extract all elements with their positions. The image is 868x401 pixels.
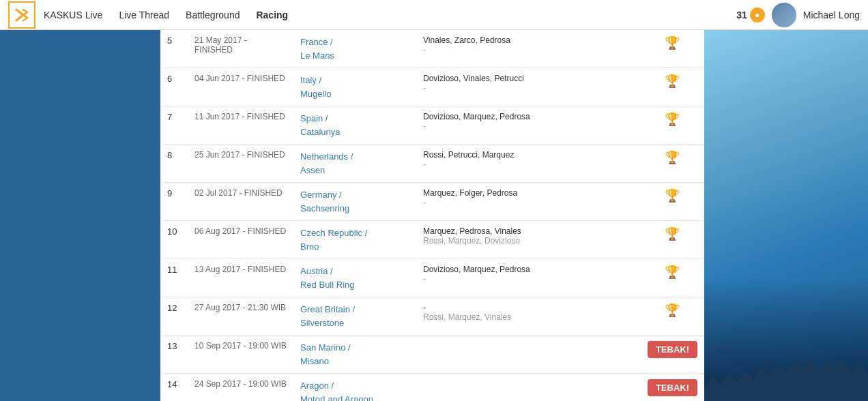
coin-icon: ● — [750, 8, 765, 23]
race-table: 521 May 2017 - FINISHEDFrance /Le MansVi… — [160, 30, 704, 401]
country-link[interactable]: Netherlands / — [300, 150, 409, 164]
row-date: 24 Sep 2017 - 19:00 WIB — [188, 374, 293, 402]
avatar-image — [772, 3, 796, 27]
row-date: 27 Aug 2017 - 21:30 WIB — [188, 297, 293, 336]
row-location: San Marino /Misano — [293, 336, 416, 374]
venue-link[interactable]: Brno — [300, 240, 409, 254]
result-prediction: - — [423, 274, 634, 284]
venue-link[interactable]: Catalunya — [300, 125, 409, 139]
nav-racing[interactable]: Racing — [256, 7, 288, 23]
venue-link[interactable]: Silverstone — [300, 316, 409, 330]
row-number: 10 — [160, 221, 188, 259]
row-number: 13 — [160, 336, 188, 374]
row-results: Dovizioso, Vinales, Petrucci- — [416, 68, 641, 106]
result-winner: Dovizioso, Marquez, Pedrosa — [423, 112, 634, 121]
row-action: 🏆 — [641, 297, 704, 336]
row-action: 🏆 — [641, 145, 704, 183]
row-number: 12 — [160, 297, 188, 336]
venue-link[interactable]: MotorLand Aragon — [300, 393, 409, 402]
user-name: Michael Long — [803, 10, 860, 20]
score-badge: 31 ● — [736, 8, 765, 23]
table-row: 1424 Sep 2017 - 19:00 WIBAragon /MotorLa… — [160, 374, 704, 402]
result-winner: Marquez, Folger, Pedrosa — [423, 188, 634, 198]
country-link[interactable]: Spain / — [300, 112, 409, 125]
row-number: 9 — [160, 183, 188, 221]
row-results: Marquez, Folger, Pedrosa- — [416, 183, 641, 221]
country-link[interactable]: Austria / — [300, 265, 409, 278]
row-date: 25 Jun 2017 - FINISHED — [188, 145, 293, 183]
row-action: 🏆 — [641, 68, 704, 106]
row-location: Netherlands /Assen — [293, 145, 416, 183]
row-location: Czech Republic /Brno — [293, 221, 416, 259]
result-prediction: - — [423, 45, 634, 55]
country-link[interactable]: France / — [300, 35, 409, 49]
navbar: KASKUS Live Live Thread Battleground Rac… — [0, 0, 868, 30]
row-date: 04 Jun 2017 - FINISHED — [188, 68, 293, 106]
table-row: 1310 Sep 2017 - 19:00 WIBSan Marino /Mis… — [160, 336, 704, 374]
trophy-icon: 🏆 — [665, 74, 680, 88]
result-prediction: - — [423, 83, 634, 93]
table-row: 521 May 2017 - FINISHEDFrance /Le MansVi… — [160, 30, 704, 68]
tebak-button[interactable]: TEBAK! — [648, 379, 697, 396]
country-link[interactable]: San Marino / — [300, 341, 409, 355]
country-link[interactable]: Italy / — [300, 74, 409, 87]
row-date: 13 Aug 2017 - FINISHED — [188, 259, 293, 297]
nav-live-thread[interactable]: Live Thread — [119, 7, 169, 23]
navbar-right: 31 ● Michael Long — [736, 3, 860, 27]
country-link[interactable]: Great Britain / — [300, 303, 409, 316]
row-number: 7 — [160, 106, 188, 145]
venue-link[interactable]: Le Mans — [300, 49, 409, 63]
row-date: 10 Sep 2017 - 19:00 WIB — [188, 336, 293, 374]
country-link[interactable]: Czech Republic / — [300, 226, 409, 240]
row-number: 6 — [160, 68, 188, 106]
row-date: 21 May 2017 - FINISHED — [188, 30, 293, 68]
row-action: 🏆 — [641, 259, 704, 297]
tebak-button[interactable]: TEBAK! — [648, 341, 697, 358]
row-location: Italy /Mugello — [293, 68, 416, 106]
venue-link[interactable]: Sachsenring — [300, 202, 409, 216]
avatar[interactable] — [772, 3, 796, 27]
trophy-icon: 🏆 — [665, 113, 680, 126]
row-number: 8 — [160, 145, 188, 183]
table-row: 1006 Aug 2017 - FINISHEDCzech Republic /… — [160, 221, 704, 259]
result-prediction: - — [423, 198, 634, 207]
country-link[interactable]: Aragon / — [300, 379, 409, 393]
row-results: Vinales, Zarco, Pedrosa- — [416, 30, 641, 68]
row-action: 🏆 — [641, 30, 704, 68]
row-results: -Rossi, Marquez, Vinales — [416, 297, 641, 336]
table-row: 1113 Aug 2017 - FINISHEDAustria /Red Bul… — [160, 259, 704, 297]
row-results — [416, 336, 641, 374]
trophy-icon: 🏆 — [665, 303, 680, 317]
result-prediction: Rossi, Marquez, Vinales — [423, 312, 634, 322]
row-results: Rossi, Petrucci, Marquez- — [416, 145, 641, 183]
trophy-icon: 🏆 — [665, 189, 680, 203]
row-number: 11 — [160, 259, 188, 297]
row-results: Dovizioso, Marquez, Pedrosa- — [416, 106, 641, 145]
content-area[interactable]: 521 May 2017 - FINISHEDFrance /Le MansVi… — [160, 30, 704, 401]
row-date: 11 Jun 2017 - FINISHED — [188, 106, 293, 145]
row-number: 5 — [160, 30, 188, 68]
result-prediction: - — [423, 121, 634, 131]
result-winner: Marquez, Pedrosa, Vinales — [423, 226, 634, 236]
main-container: 521 May 2017 - FINISHEDFrance /Le MansVi… — [0, 30, 868, 401]
nav-battleground[interactable]: Battleground — [186, 7, 240, 23]
venue-link[interactable]: Assen — [300, 164, 409, 177]
table-row: 902 Jul 2017 - FINISHEDGermany /Sachsenr… — [160, 183, 704, 221]
trophy-icon: 🏆 — [665, 151, 680, 164]
row-location: Great Britain /Silverstone — [293, 297, 416, 336]
table-row: 604 Jun 2017 - FINISHEDItaly /MugelloDov… — [160, 68, 704, 106]
result-prediction: - — [423, 160, 634, 169]
venue-link[interactable]: Misano — [300, 355, 409, 368]
row-date: 02 Jul 2017 - FINISHED — [188, 183, 293, 221]
trophy-icon: 🏆 — [665, 265, 680, 279]
venue-link[interactable]: Mugello — [300, 87, 409, 101]
country-link[interactable]: Germany / — [300, 188, 409, 202]
site-logo[interactable] — [8, 1, 35, 29]
score-value: 31 — [736, 10, 747, 20]
result-winner: Vinales, Zarco, Pedrosa — [423, 35, 634, 45]
result-winner: - — [423, 303, 634, 312]
table-row: 711 Jun 2017 - FINISHEDSpain /CatalunyaD… — [160, 106, 704, 145]
venue-link[interactable]: Red Bull Ring — [300, 278, 409, 292]
nav-kaskus-live[interactable]: KASKUS Live — [44, 7, 102, 23]
row-date: 06 Aug 2017 - FINISHED — [188, 221, 293, 259]
